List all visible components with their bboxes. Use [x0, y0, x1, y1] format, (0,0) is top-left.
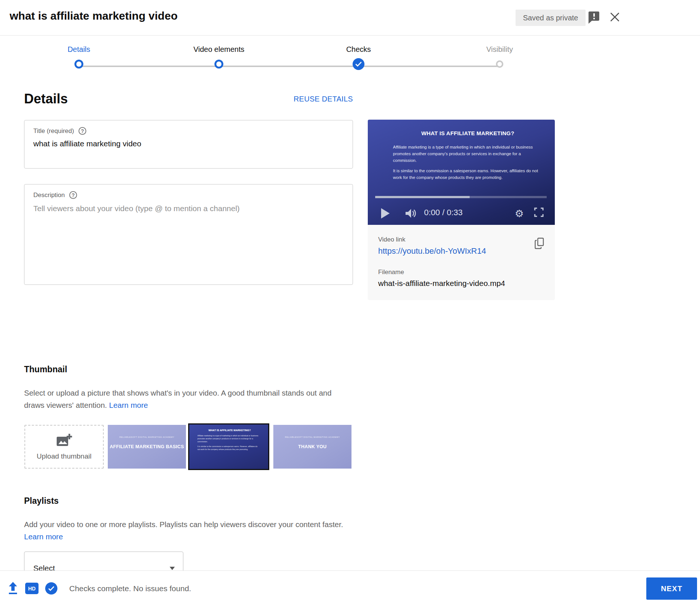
stepper-connector [79, 66, 500, 67]
video-link-label: Video link [378, 236, 544, 243]
feedback-button[interactable] [586, 10, 601, 26]
thumbnail-option-1[interactable]: RELIABLESOFT DIGITAL MARKETING ACADEMY A… [108, 425, 186, 469]
checks-status-text: Checks complete. No issues found. [69, 584, 191, 593]
title-input[interactable]: Title (required) ? what is affiliate mar… [24, 120, 353, 169]
thumbnail-description-text: Select or upload a picture that shows wh… [24, 389, 331, 409]
video-player[interactable]: WHAT IS AFFILIATE MARKETING? Affiliate m… [368, 120, 555, 225]
thumbnail-title-text: WHAT IS AFFILIATE MARKETING? [198, 429, 261, 432]
feedback-icon [587, 10, 600, 26]
checks-complete-icon [45, 582, 57, 595]
time-display: 0:00 / 0:33 [424, 208, 463, 217]
fullscreen-button[interactable] [534, 207, 544, 219]
description-field-label: Description [33, 192, 65, 199]
step-visibility[interactable]: Visibility [459, 45, 540, 68]
section-title-details: Details [24, 91, 68, 107]
title-field-label: Title (required) [33, 127, 74, 135]
step-circle-icon [214, 60, 223, 69]
details-heading-row: Details REUSE DETAILS [24, 88, 353, 110]
playlists-learn-more-link[interactable]: Learn more [24, 532, 63, 541]
step-circle-active-icon [74, 60, 83, 69]
thumbnail-paragraph: It is similar to the commission a salesp… [197, 445, 260, 451]
step-checks[interactable]: Checks [318, 45, 399, 70]
step-label: Details [38, 45, 120, 54]
upload-progress-icon [7, 581, 19, 597]
thumbnail-learn-more-link[interactable]: Learn more [109, 401, 148, 409]
upload-thumbnail-label: Upload thumbnail [37, 452, 91, 460]
step-label: Checks [318, 45, 399, 54]
description-placeholder: Tell viewers about your video (type @ to… [33, 204, 344, 213]
video-slide-title: WHAT IS AFFILIATE MARKETING? [394, 130, 542, 136]
video-info-panel: Video link https://youtu.be/oh-YoWIxR14 … [368, 225, 555, 300]
thumbnail-title-text: THANK YOU [273, 444, 351, 449]
video-slide-body: Affiliate marketing is a type of marketi… [393, 144, 540, 181]
thumbnail-brand-text: RELIABLESOFT DIGITAL MARKETING ACADEMY [273, 436, 351, 438]
step-label: Visibility [459, 45, 540, 54]
next-button[interactable]: NEXT [646, 577, 697, 600]
video-slide-paragraph: Affiliate marketing is a type of marketi… [393, 144, 540, 164]
title-help-icon[interactable]: ? [79, 127, 86, 135]
thumbnail-paragraph: Affiliate marketing is a type of marketi… [197, 434, 260, 443]
description-help-icon[interactable]: ? [69, 191, 77, 199]
upload-thumbnail-button[interactable]: Upload thumbnail [24, 425, 104, 469]
step-video-elements[interactable]: Video elements [178, 45, 260, 69]
video-preview-panel: WHAT IS AFFILIATE MARKETING? Affiliate m… [368, 120, 555, 300]
footer-bar: HD Checks complete. No issues found. NEX… [0, 570, 700, 606]
add-image-icon [56, 433, 72, 449]
volume-button[interactable] [405, 208, 417, 219]
hd-badge: HD [25, 583, 39, 594]
reuse-details-link[interactable]: REUSE DETAILS [294, 95, 353, 103]
step-circle-pending-icon [496, 60, 503, 68]
title-field-value: what is affiliate marketing video [33, 139, 344, 148]
playlists-description-text: Add your video to one or more playlists.… [24, 520, 343, 529]
step-check-icon [353, 58, 364, 70]
dialog-title: what is affiliate marketing video [10, 10, 177, 22]
settings-gear-icon[interactable]: ⚙ [513, 208, 525, 220]
step-label: Video elements [178, 45, 260, 54]
progress-fill [375, 196, 470, 198]
thumbnail-body-text: Affiliate marketing is a type of marketi… [197, 434, 260, 451]
filename-value: what-is-affiliate-marketing-video.mp4 [378, 279, 544, 288]
thumbnail-brand-text: RELIABLESOFT DIGITAL MARKETING ACADEMY [108, 436, 186, 438]
step-details[interactable]: Details [38, 45, 120, 69]
video-link[interactable]: https://youtu.be/oh-YoWIxR14 [378, 246, 544, 256]
thumbnail-title-text: AFFILIATE MARKETING BASICS [108, 444, 186, 449]
close-button[interactable] [607, 10, 622, 25]
saved-status-badge: Saved as private [516, 10, 586, 26]
chevron-down-icon [170, 567, 175, 570]
playlists-description: Add your video to one or more playlists.… [24, 518, 343, 543]
player-controls: 0:00 / 0:33 ⚙ [368, 201, 555, 225]
description-input[interactable]: Description ? Tell viewers about your vi… [24, 184, 353, 285]
dialog-header: what is affiliate marketing video Saved … [0, 0, 700, 36]
filename-label: Filename [378, 269, 544, 276]
close-icon [609, 11, 620, 24]
thumbnail-description: Select or upload a picture that shows wh… [24, 387, 351, 411]
play-button[interactable] [380, 208, 390, 219]
progress-bar[interactable] [375, 196, 547, 198]
copy-link-button[interactable] [534, 237, 545, 252]
thumbnail-option-2-selected[interactable]: WHAT IS AFFILIATE MARKETING? Affiliate m… [188, 423, 269, 470]
video-slide-paragraph: It is similar to the commission a salesp… [393, 168, 540, 181]
thumbnail-option-3[interactable]: RELIABLESOFT DIGITAL MARKETING ACADEMY T… [273, 425, 351, 469]
playlists-heading: Playlists [24, 496, 59, 506]
thumbnail-heading: Thumbnail [24, 364, 67, 374]
